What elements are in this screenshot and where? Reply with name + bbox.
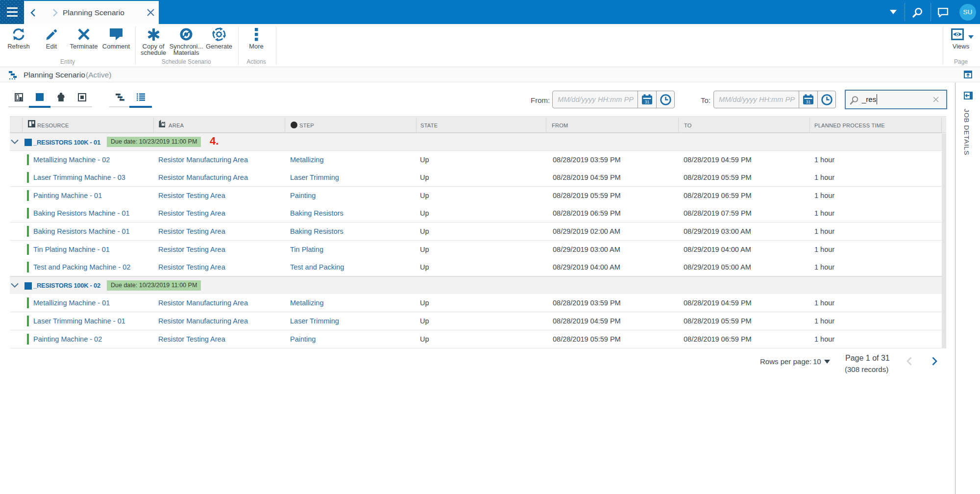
svg-text:31: 31 [645, 99, 650, 104]
svg-text:31: 31 [806, 99, 811, 104]
